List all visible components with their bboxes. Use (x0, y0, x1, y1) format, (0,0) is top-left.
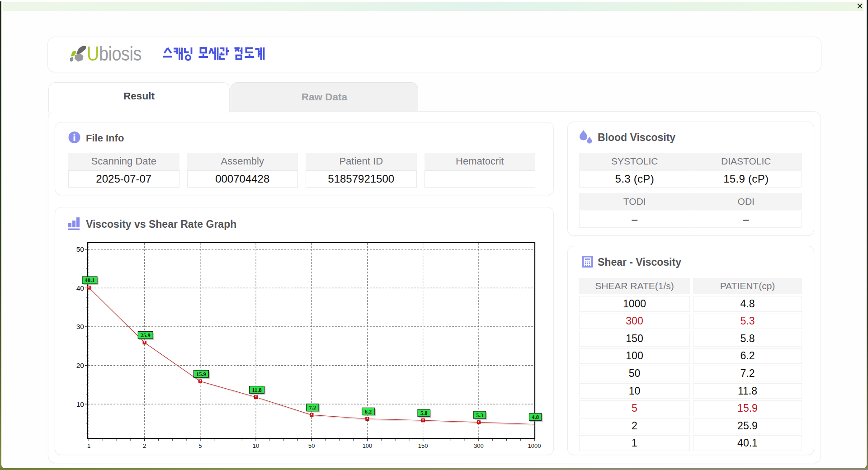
svg-text:40: 40 (76, 284, 85, 292)
svg-text:30: 30 (76, 323, 85, 330)
svg-text:50: 50 (76, 245, 85, 253)
svg-text:50: 50 (308, 442, 315, 449)
svg-text:5.3: 5.3 (476, 412, 483, 418)
svg-text:11.8: 11.8 (252, 387, 262, 393)
svg-text:15.9: 15.9 (196, 371, 206, 377)
svg-text:1000: 1000 (528, 442, 541, 449)
svg-text:40.1: 40.1 (85, 277, 95, 283)
svg-text:5.8: 5.8 (420, 410, 428, 416)
svg-text:2: 2 (143, 442, 146, 449)
svg-text:4.8: 4.8 (532, 414, 539, 420)
svg-text:300: 300 (474, 442, 484, 449)
svg-text:25.9: 25.9 (141, 332, 151, 338)
svg-text:6.2: 6.2 (365, 409, 372, 415)
svg-text:150: 150 (418, 442, 428, 449)
svg-text:100: 100 (363, 442, 373, 449)
svg-text:5: 5 (198, 442, 202, 449)
svg-text:20: 20 (76, 362, 85, 369)
svg-text:1: 1 (87, 442, 90, 449)
svg-text:7.2: 7.2 (309, 404, 316, 411)
svg-text:10: 10 (253, 442, 259, 449)
svg-text:10: 10 (76, 400, 85, 408)
